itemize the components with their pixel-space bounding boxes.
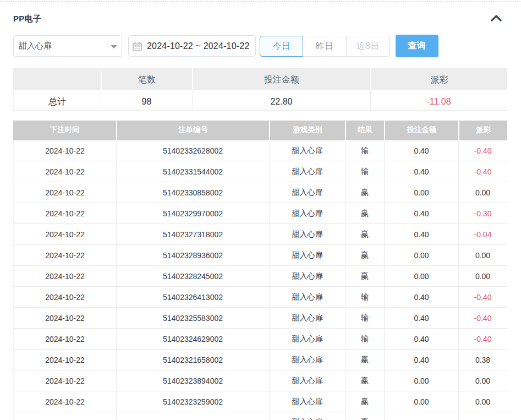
bet-time-cell: 2024-10-22 bbox=[13, 329, 116, 350]
bet-record-row: 2024-10-2251402329970002甜入心扉赢0.40-0.30 bbox=[13, 203, 507, 224]
bet-time-cell: 2024-10-22 bbox=[13, 203, 116, 224]
result-cell: 赢 bbox=[345, 350, 384, 370]
result-cell: 输 bbox=[345, 161, 384, 182]
payout-cell: -0.40 bbox=[458, 287, 507, 308]
summary-header-row: 笔数 投注金额 派彩 bbox=[13, 68, 507, 90]
bet-amount-cell: 0.40 bbox=[384, 161, 458, 182]
payout-cell: 0.00 bbox=[458, 266, 507, 287]
result-cell: 赢 bbox=[345, 391, 384, 412]
summary-total-payout: -11.08 bbox=[370, 90, 507, 111]
bet-time-cell: 2024-10-22 bbox=[13, 370, 116, 391]
payout-cell: 0.00 bbox=[458, 391, 507, 412]
bet-amount-cell: 0.40 bbox=[384, 329, 458, 350]
summary-header-empty bbox=[13, 68, 101, 90]
bet-id-cell: 51402327318002 bbox=[116, 224, 269, 245]
yesterday-button[interactable]: 昨日 bbox=[303, 36, 347, 57]
bet-record-row: 2024-10-2251402323259002甜入心扉赢0.000.00 bbox=[13, 391, 507, 412]
bet-record-row: 2024-10-2251402331544002甜入心扉输0.40-0.40 bbox=[13, 161, 507, 182]
bet-id-cell: 51402331544002 bbox=[116, 161, 269, 182]
bet-time-cell: 2024-10-22 bbox=[13, 245, 116, 266]
payout-cell: -0.40 bbox=[458, 140, 507, 161]
bet-id-cell: 51402328245002 bbox=[116, 266, 269, 287]
game-type-cell: 甜入心扉 bbox=[269, 370, 345, 391]
table-header-row: 下注时间 注单编号 游戏类别 结果 投注金额 派彩 bbox=[13, 121, 507, 140]
result-cell: 赢 bbox=[345, 266, 384, 287]
bet-time-cell: 2024-10-22 bbox=[13, 391, 116, 412]
collapse-panel-button[interactable] bbox=[490, 14, 503, 23]
date-range-input[interactable]: 2024-10-22 ~ 2024-10-22 bbox=[128, 35, 256, 57]
bet-record-row: 2024-10-2251402328936002甜入心扉赢0.000.00 bbox=[13, 245, 507, 266]
bet-record-row: 2024-10-2251402327318002甜入心扉赢0.40-0.04 bbox=[13, 224, 507, 245]
bet-record-row: 2024-10-2251402326413002甜入心扉输0.40-0.40 bbox=[13, 287, 507, 308]
query-button[interactable]: 查询 bbox=[396, 35, 438, 57]
game-type-cell: 甜入心扉 bbox=[269, 266, 345, 287]
bet-records-table: 下注时间 注单编号 游戏类别 结果 投注金额 派彩 2024-10-225140… bbox=[13, 121, 507, 420]
result-cell: 输 bbox=[345, 287, 384, 308]
result-cell: 赢 bbox=[345, 245, 384, 266]
panel-title: PP电子 bbox=[13, 14, 41, 23]
bet-time-cell: 2024-10-22 bbox=[13, 350, 116, 370]
bet-id-cell: 51402328936002 bbox=[116, 245, 269, 266]
col-bet-time: 下注时间 bbox=[13, 121, 116, 140]
game-type-cell: 甜入心扉 bbox=[269, 287, 345, 308]
bet-amount-cell: 0.00 bbox=[384, 391, 458, 412]
game-type-cell: 甜入心扉 bbox=[269, 161, 345, 182]
result-cell: 赢 bbox=[345, 224, 384, 245]
betting-records-panel: PP电子 甜入心扉 2024-10-22 ~ 2024-10-22 bbox=[0, 0, 521, 420]
col-payout: 派彩 bbox=[458, 121, 507, 140]
summary-total-label: 总计 bbox=[13, 90, 101, 111]
bet-amount-cell: 0.40 bbox=[384, 350, 458, 370]
payout-cell: 0.38 bbox=[458, 350, 507, 370]
today-button[interactable]: 今日 bbox=[260, 36, 303, 57]
game-type-cell: 甜入心扉 bbox=[269, 203, 345, 224]
game-type-cell: 甜入心扉 bbox=[269, 224, 345, 245]
bet-id-cell: 51402324629002 bbox=[116, 329, 269, 350]
bet-id-cell: 51402329970002 bbox=[116, 203, 269, 224]
bet-record-row: 2024-10-2251402323894002甜入心扉赢0.000.00 bbox=[13, 370, 507, 391]
summary-total-row: 总计 98 22.80 -11.08 bbox=[13, 90, 507, 111]
game-select-value: 甜入心扉 bbox=[19, 41, 111, 51]
result-cell: 输 bbox=[345, 329, 384, 350]
bet-time-cell bbox=[13, 412, 116, 420]
bet-record-row: 2024-10-2251402328245002甜入心扉赢0.000.00 bbox=[13, 266, 507, 287]
summary-total-count: 98 bbox=[101, 90, 192, 111]
payout-cell: 0.00 bbox=[458, 245, 507, 266]
game-type-cell: 甜入心扉 bbox=[269, 329, 345, 350]
summary-header-bet-amount: 投注金额 bbox=[192, 68, 370, 90]
payout-cell: -0.30 bbox=[458, 203, 507, 224]
bet-record-row: 2024-10-2251402321658002甜入心扉赢0.400.38 bbox=[13, 350, 507, 370]
bet-time-cell: 2024-10-22 bbox=[13, 224, 116, 245]
bet-amount-cell: 0.00 bbox=[384, 370, 458, 391]
summary-total-bet-amount: 22.80 bbox=[192, 90, 370, 111]
bet-time-cell: 2024-10-22 bbox=[13, 308, 116, 329]
result-cell: 输 bbox=[345, 140, 384, 161]
game-type-cell: 甜入心扉 bbox=[269, 182, 345, 203]
summary-header-payout: 派彩 bbox=[370, 68, 507, 90]
bet-amount-cell: 0.00 bbox=[384, 245, 458, 266]
payout-cell: 0.00 bbox=[458, 182, 507, 203]
result-cell: 赢 bbox=[345, 370, 384, 391]
bet-id-cell: 51402330858002 bbox=[116, 182, 269, 203]
bet-record-row: 2024-10-2251402324629002甜入心扉输0.40-0.40 bbox=[13, 329, 507, 350]
quick-range-group: 今日 昨日 近8日 bbox=[260, 36, 390, 57]
bet-time-cell: 2024-10-22 bbox=[13, 140, 116, 161]
payout-cell: -0.40 bbox=[458, 329, 507, 350]
game-type-cell: 甜入心扉 bbox=[269, 140, 345, 161]
result-cell: 赢 bbox=[345, 412, 384, 420]
last-8-days-button[interactable]: 近8日 bbox=[347, 36, 390, 57]
bet-amount-cell: 0.00 bbox=[384, 266, 458, 287]
col-bet-amount: 投注金额 bbox=[384, 121, 458, 140]
col-bet-id: 注单编号 bbox=[116, 121, 269, 140]
bet-amount-cell: 0.40 bbox=[384, 287, 458, 308]
bet-id-cell: 51402323894002 bbox=[116, 370, 269, 391]
payout-cell: -0.04 bbox=[458, 224, 507, 245]
bet-id-cell: 51402326413002 bbox=[116, 287, 269, 308]
game-select[interactable]: 甜入心扉 bbox=[13, 35, 122, 57]
bet-id-cell: 51402332628002 bbox=[116, 140, 269, 161]
bet-id-cell: 51402325583002 bbox=[116, 308, 269, 329]
bet-amount-cell: 0.40 bbox=[384, 224, 458, 245]
col-result: 结果 bbox=[345, 121, 384, 140]
payout-cell: 0.00 bbox=[458, 370, 507, 391]
col-game-type: 游戏类别 bbox=[269, 121, 345, 140]
game-type-cell: 甜入心扉 bbox=[269, 412, 345, 420]
